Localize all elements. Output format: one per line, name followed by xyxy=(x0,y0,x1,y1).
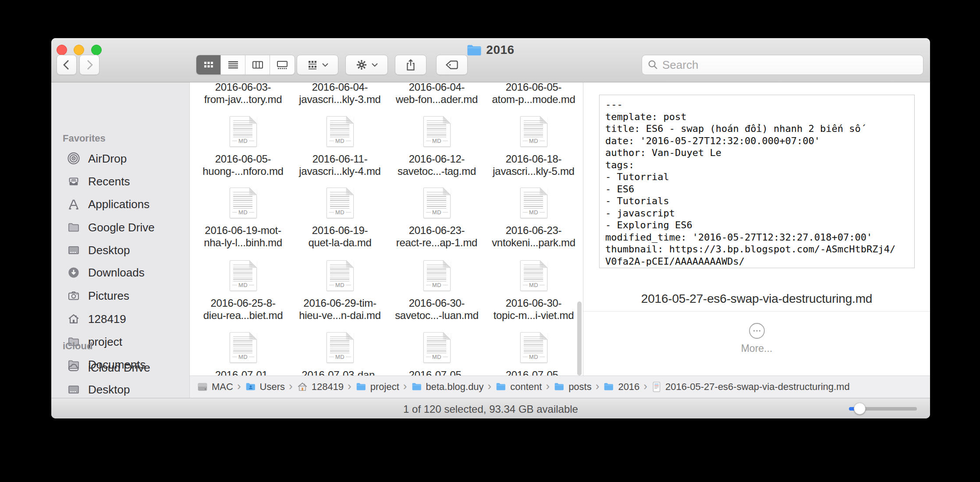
chevron-left-icon xyxy=(62,59,71,71)
file-item[interactable]: MD 2016-06-04-web-fon...ader.md xyxy=(388,82,485,106)
md-file-icon: MD xyxy=(230,116,257,147)
status-text: 1 of 120 selected, 93.34 GB available xyxy=(51,403,930,415)
file-item[interactable]: MD 2016-06-23-vntokeni...park.md xyxy=(485,188,582,249)
md-file-icon: MD xyxy=(423,260,451,291)
file-item[interactable]: MD 2016-06-12-savetoc...-tag.md xyxy=(388,116,485,177)
search-icon xyxy=(647,59,659,71)
icon-size-slider[interactable] xyxy=(849,405,917,412)
file-item[interactable]: MD 2016-06-19-quet-la-da.md xyxy=(291,188,388,249)
file-item[interactable]: MD 2016-07-05- xyxy=(485,332,582,376)
chevron-down-icon xyxy=(322,63,329,67)
sidebar-item-home[interactable]: 128419 xyxy=(51,310,189,328)
slider-thumb[interactable] xyxy=(854,403,866,415)
file-item[interactable]: MD 2016-06-30-savetoc...-luan.md xyxy=(388,260,485,322)
file-row: MD 2016-06-19-mot-nha-ly-l...binh.md MD … xyxy=(195,188,582,249)
file-row: MD 2016-06-03-from-jav...tory.md MD 2016… xyxy=(195,82,582,106)
grid-scrollbar[interactable] xyxy=(577,301,582,376)
cloud-icon xyxy=(67,361,80,374)
sidebar-item-google-drive[interactable]: Google Drive xyxy=(51,219,189,236)
forward-button[interactable] xyxy=(79,55,99,75)
group-button[interactable] xyxy=(297,55,338,75)
file-item[interactable]: MD 2016-06-03-from-jav...tory.md xyxy=(195,82,291,106)
airdrop-icon xyxy=(67,152,80,165)
file-item[interactable]: MD 2016-06-04-javascri...kly-3.md xyxy=(291,82,388,106)
path-separator: › xyxy=(596,379,600,393)
chevron-right-icon xyxy=(85,59,94,71)
path-item-128419[interactable]: 128419 xyxy=(297,381,344,393)
column-view-button[interactable] xyxy=(245,55,270,74)
toolbar xyxy=(51,38,930,82)
sidebar-section-icloud: iCloud xyxy=(63,340,92,352)
preview-text: --- template: post title: ES6 - swap (ho… xyxy=(600,95,914,268)
tag-button[interactable] xyxy=(436,55,468,75)
path-item-users[interactable]: Users xyxy=(245,381,285,393)
icon-view-button[interactable] xyxy=(196,55,221,74)
md-file-icon: MD xyxy=(423,188,451,218)
sidebar-item-desktop[interactable]: Desktop xyxy=(51,241,189,259)
gallery-view-button[interactable] xyxy=(270,55,295,74)
list-view-button[interactable] xyxy=(221,55,245,74)
file-item[interactable]: MD 2016-06-18-javascri...kly-5.md xyxy=(485,116,582,177)
file-item[interactable]: MD 2016-07-01- xyxy=(195,332,291,376)
more-section[interactable]: More... xyxy=(583,323,930,354)
file-item[interactable]: MD 2016-06-05-atom-p...mode.md xyxy=(485,82,582,106)
path-item-posts[interactable]: posts xyxy=(554,381,592,393)
desktop-icon xyxy=(67,383,80,396)
grid-view-icon xyxy=(202,60,215,70)
path-item-content[interactable]: content xyxy=(495,381,542,393)
preview-pane: --- template: post title: ES6 - swap (ho… xyxy=(583,82,930,376)
path-item-2016[interactable]: 2016 xyxy=(603,381,639,393)
status-bar: 1 of 120 selected, 93.34 GB available xyxy=(51,398,930,418)
path-separator: › xyxy=(488,379,492,393)
path-separator: › xyxy=(403,379,407,393)
file-row: MD 2016-07-01- MD 2016-07-03-dan- MD 201… xyxy=(195,332,582,376)
file-item[interactable]: MD 2016-06-23-react-re...ap-1.md xyxy=(388,188,485,249)
pictures-icon xyxy=(67,289,80,302)
path-item-file[interactable]: 2016-05-27-es6-swap-via-destructuring.md xyxy=(651,381,850,393)
md-file-icon: MD xyxy=(520,116,547,147)
sidebar-item-applications[interactable]: Applications xyxy=(51,195,189,213)
search-field[interactable] xyxy=(642,55,923,75)
folder-icon xyxy=(495,381,507,393)
file-item[interactable]: MD 2016-06-05-huong-...nforo.md xyxy=(195,116,291,177)
path-item-mac[interactable]: MAC xyxy=(197,381,233,393)
md-file-icon: MD xyxy=(327,260,354,291)
path-separator: › xyxy=(643,379,647,393)
file-item[interactable]: MD 2016-07-03-dan- xyxy=(291,332,388,376)
sidebar-item-icloud-drive[interactable]: iCloud Drive xyxy=(51,359,189,376)
folder-icon xyxy=(355,381,367,393)
view-switcher xyxy=(196,55,295,75)
md-file-icon: MD xyxy=(327,116,354,147)
back-button[interactable] xyxy=(57,55,77,75)
file-item[interactable]: MD 2016-06-29-tim-hieu-ve...n-dai.md xyxy=(291,260,388,322)
path-item-project[interactable]: project xyxy=(355,381,399,393)
preview-filename: 2016-05-27-es6-swap-via-destructuring.md xyxy=(583,292,930,306)
sidebar-item-airdrop[interactable]: AirDrop xyxy=(51,150,189,167)
sidebar-item-recents[interactable]: Recents xyxy=(51,173,189,190)
file-item[interactable]: MD 2016-07-05- xyxy=(388,332,485,376)
action-button[interactable] xyxy=(345,55,388,75)
applications-icon xyxy=(67,198,80,211)
file-item[interactable]: MD 2016-06-25-8-dieu-rea...biet.md xyxy=(195,260,291,322)
folder-icon xyxy=(603,381,614,393)
md-file-icon: MD xyxy=(230,332,257,363)
path-separator: › xyxy=(237,379,241,393)
md-file-icon: MD xyxy=(327,188,354,218)
share-button[interactable] xyxy=(395,55,426,75)
downloads-icon xyxy=(67,266,80,279)
file-row: MD 2016-06-05-huong-...nforo.md MD 2016-… xyxy=(195,116,582,177)
file-item[interactable]: MD 2016-06-30-topic-m...i-viet.md xyxy=(485,260,582,322)
home-icon xyxy=(297,381,308,393)
file-preview: --- template: post title: ES6 - swap (ho… xyxy=(599,95,915,268)
path-item-beta-blog-duy[interactable]: beta.blog.duy xyxy=(411,381,484,393)
md-file-icon: MD xyxy=(230,188,257,218)
md-file-icon: MD xyxy=(520,332,547,363)
users-folder-icon xyxy=(245,381,256,393)
chevron-down-icon xyxy=(371,63,378,67)
search-input[interactable] xyxy=(662,58,918,72)
sidebar-item-icloud-desktop[interactable]: Desktop xyxy=(51,381,189,398)
file-item[interactable]: MD 2016-06-19-mot-nha-ly-l...binh.md xyxy=(195,188,291,249)
file-item[interactable]: MD 2016-06-11-javascri...kly-4.md xyxy=(291,116,388,177)
sidebar-item-downloads[interactable]: Downloads xyxy=(51,264,189,281)
sidebar-item-pictures[interactable]: Pictures xyxy=(51,287,189,305)
